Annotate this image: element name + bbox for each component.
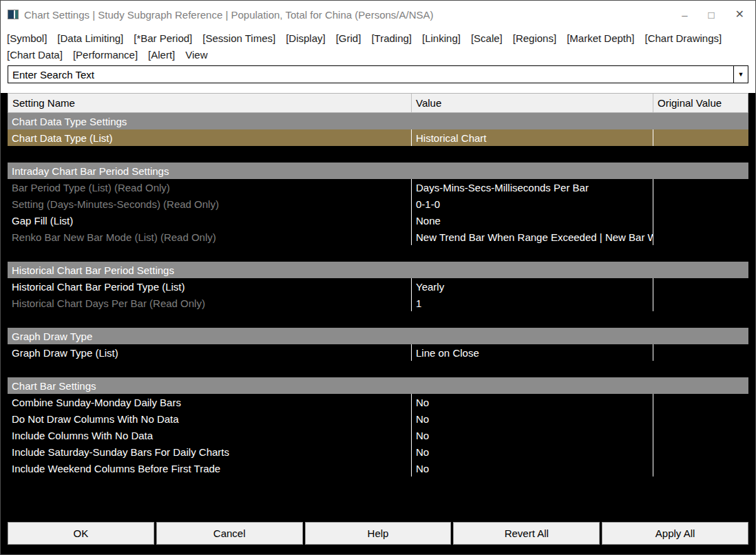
section-label: Chart Data Type Settings xyxy=(8,116,127,127)
setting-row-historical-chart-days-per-bar-read-only[interactable]: Historical Chart Days Per Bar (Read Only… xyxy=(8,295,748,311)
setting-name-cell: Include Weekend Columns Before First Tra… xyxy=(8,460,412,477)
apply-all-button[interactable]: Apply All xyxy=(602,522,748,545)
spacer-row xyxy=(8,146,748,163)
value-cell: No xyxy=(412,410,653,427)
ok-button[interactable]: OK xyxy=(8,522,154,545)
menu-item-bar-period[interactable]: [*Bar Period] xyxy=(134,32,192,44)
column-header-original-value: Original Value xyxy=(653,94,748,112)
window-controls: – □ ✕ xyxy=(682,9,744,20)
menu-item-regions[interactable]: [Regions] xyxy=(513,32,556,44)
search-row: ▼ xyxy=(1,64,755,83)
setting-row-setting-days-minutes-seconds-read-only[interactable]: Setting (Days-Minutes-Seconds) (Read Onl… xyxy=(8,196,748,212)
setting-name-cell: Chart Data Type (List) xyxy=(8,129,412,146)
section-label: Graph Draw Type xyxy=(8,331,92,342)
setting-name-cell: Gap Fill (List) xyxy=(8,212,412,229)
setting-row-combine-sunday-monday-daily-bars[interactable]: Combine Sunday-Monday Daily BarsNo xyxy=(8,394,748,410)
maximize-button[interactable]: □ xyxy=(708,10,715,20)
menu-item-data-limiting[interactable]: [Data Limiting] xyxy=(57,32,123,44)
menu-item-alert[interactable]: [Alert] xyxy=(148,49,175,61)
minimize-button[interactable]: – xyxy=(682,10,687,20)
value-cell: Days-Mins-Secs-Milliseconds Per Bar xyxy=(412,179,653,196)
setting-name-cell: Bar Period Type (List) (Read Only) xyxy=(8,179,412,196)
section-header-chart-bar-settings: Chart Bar Settings xyxy=(8,377,748,394)
menu-item-linking[interactable]: [Linking] xyxy=(422,32,461,44)
setting-name-cell: Renko Bar New Bar Mode (List) (Read Only… xyxy=(8,229,412,245)
original-value-cell xyxy=(653,295,748,311)
cancel-button[interactable]: Cancel xyxy=(156,522,303,545)
titlebar: Chart Settings | Study Subgraph Referenc… xyxy=(1,1,755,28)
menu-item-display[interactable]: [Display] xyxy=(286,32,326,44)
original-value-cell xyxy=(653,394,748,410)
setting-row-do-not-draw-columns-with-no-data[interactable]: Do Not Draw Columns With No DataNo xyxy=(8,410,748,427)
setting-row-renko-bar-new-bar-mode-list-read-only[interactable]: Renko Bar New Bar Mode (List) (Read Only… xyxy=(8,229,748,245)
section-header-historical-chart-bar-period-settings: Historical Chart Bar Period Settings xyxy=(8,262,748,278)
value-cell: No xyxy=(412,394,653,410)
menu-item-performance[interactable]: [Performance] xyxy=(73,49,138,61)
original-value-cell xyxy=(653,212,748,229)
section-header-chart-data-type-settings: Chart Data Type Settings xyxy=(8,113,748,129)
setting-row-chart-data-type-list[interactable]: Chart Data Type (List)Historical Chart xyxy=(8,129,748,146)
original-value-cell xyxy=(653,196,748,212)
menu-item-grid[interactable]: [Grid] xyxy=(336,32,361,44)
original-value-cell xyxy=(653,278,748,295)
original-value-cell xyxy=(653,410,748,427)
value-cell: Yearly xyxy=(412,278,653,295)
menu-item-symbol[interactable]: [Symbol] xyxy=(7,32,47,44)
original-value-cell xyxy=(653,460,748,477)
value-cell: No xyxy=(412,460,653,477)
setting-name-cell: Do Not Draw Columns With No Data xyxy=(8,410,412,427)
menu-bar: [Symbol][Data Limiting][*Bar Period][Ses… xyxy=(1,28,755,64)
setting-row-include-columns-with-no-data[interactable]: Include Columns With No DataNo xyxy=(8,427,748,443)
window-title: Chart Settings | Study Subgraph Referenc… xyxy=(24,9,668,21)
column-header-value: Value xyxy=(412,94,653,112)
value-cell: No xyxy=(412,427,653,443)
setting-row-graph-draw-type-list[interactable]: Graph Draw Type (List)Line on Close xyxy=(8,344,748,361)
value-cell: None xyxy=(412,212,653,229)
column-header-setting-name: Setting Name xyxy=(8,94,412,112)
section-label: Historical Chart Bar Period Settings xyxy=(8,264,174,276)
setting-row-include-weekend-columns-before-first-trade[interactable]: Include Weekend Columns Before First Tra… xyxy=(8,460,748,477)
settings-table: Setting Name Value Original Value Chart … xyxy=(1,93,755,554)
original-value-cell xyxy=(653,129,748,146)
bottom-strip xyxy=(8,545,748,554)
setting-name-cell: Combine Sunday-Monday Daily Bars xyxy=(8,394,412,410)
value-cell: Line on Close xyxy=(412,344,653,361)
table-body: Chart Data Type SettingsChart Data Type … xyxy=(8,113,748,477)
value-cell: 1 xyxy=(412,295,653,311)
menu-row-2: [Chart Data][Performance][Alert]View xyxy=(7,46,749,63)
search-input[interactable] xyxy=(8,66,733,83)
dropdown-arrow-icon[interactable]: ▼ xyxy=(733,66,748,83)
table-empty-area xyxy=(8,477,748,522)
table-header: Setting Name Value Original Value xyxy=(8,93,748,113)
setting-row-include-saturday-sunday-bars-for-daily-charts[interactable]: Include Saturday-Sunday Bars For Daily C… xyxy=(8,443,748,460)
menu-item-market-depth[interactable]: [Market Depth] xyxy=(567,32,634,44)
value-cell: Historical Chart xyxy=(412,129,653,146)
menu-item-trading[interactable]: [Trading] xyxy=(371,32,412,44)
menu-item-scale[interactable]: [Scale] xyxy=(471,32,503,44)
search-combobox: ▼ xyxy=(8,65,748,83)
original-value-cell xyxy=(653,229,748,245)
close-button[interactable]: ✕ xyxy=(735,9,744,20)
setting-row-bar-period-type-list-read-only[interactable]: Bar Period Type (List) (Read Only)Days-M… xyxy=(8,179,748,196)
button-row: OKCancelHelpRevert AllApply All xyxy=(8,522,748,545)
help-button[interactable]: Help xyxy=(305,522,452,545)
setting-row-gap-fill-list[interactable]: Gap Fill (List)None xyxy=(8,212,748,229)
menu-item-view[interactable]: View xyxy=(185,49,207,61)
section-header-graph-draw-type: Graph Draw Type xyxy=(8,328,748,344)
original-value-cell xyxy=(653,344,748,361)
menu-item-chart-data[interactable]: [Chart Data] xyxy=(7,49,63,61)
menu-item-chart-drawings[interactable]: [Chart Drawings] xyxy=(645,32,722,44)
original-value-cell xyxy=(653,179,748,196)
menu-row-1: [Symbol][Data Limiting][*Bar Period][Ses… xyxy=(7,30,749,46)
revert-all-button[interactable]: Revert All xyxy=(453,522,600,545)
setting-name-cell: Include Columns With No Data xyxy=(8,427,412,443)
spacer-row xyxy=(8,311,748,328)
section-header-intraday-chart-bar-period-settings: Intraday Chart Bar Period Settings xyxy=(8,163,748,179)
value-cell: 0-1-0 xyxy=(412,196,653,212)
setting-row-historical-chart-bar-period-type-list[interactable]: Historical Chart Bar Period Type (List)Y… xyxy=(8,278,748,295)
chart-settings-window: Chart Settings | Study Subgraph Referenc… xyxy=(0,0,756,555)
menu-item-session-times[interactable]: [Session Times] xyxy=(202,32,275,44)
app-icon xyxy=(8,10,19,19)
original-value-cell xyxy=(653,443,748,460)
setting-name-cell: Include Saturday-Sunday Bars For Daily C… xyxy=(8,443,412,460)
